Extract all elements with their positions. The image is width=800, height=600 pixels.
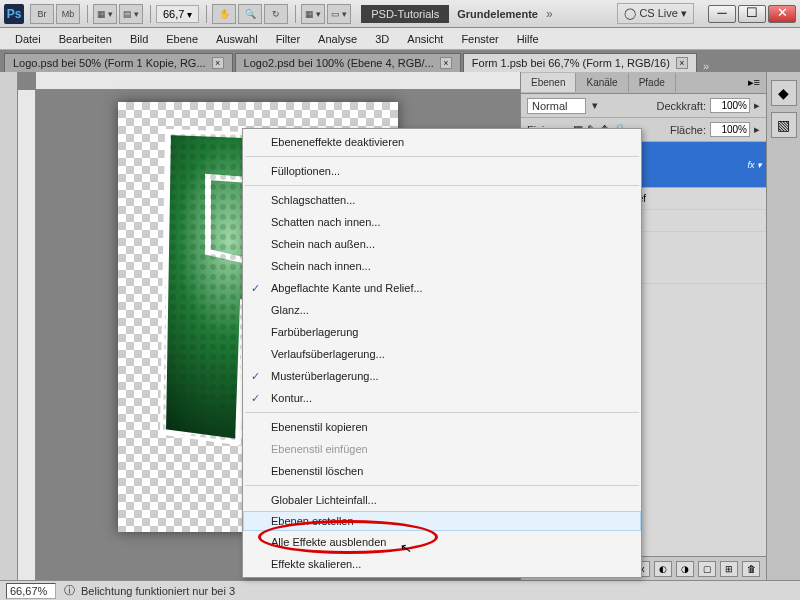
panel-tab-kanaele[interactable]: Kanäle <box>576 73 628 92</box>
workspace-psd-tutorials[interactable]: PSD-Tutorials <box>361 5 449 23</box>
cs-live-button[interactable]: ◯ CS Live ▾ <box>617 3 694 24</box>
ctx-item[interactable]: ✓Kontur... <box>243 387 641 409</box>
hand-tool-icon[interactable]: ✋ <box>212 4 236 24</box>
check-icon: ✓ <box>251 370 260 383</box>
view-extras-button[interactable]: ▦ ▾ <box>93 4 117 24</box>
view-guides-button[interactable]: ▤ ▾ <box>119 4 143 24</box>
trash-icon[interactable]: 🗑 <box>742 561 760 577</box>
ctx-item[interactable]: Verlaufsüberlagerung... <box>243 343 641 365</box>
panel-menu-icon[interactable]: ▸≡ <box>742 76 766 89</box>
fill-flyout-icon[interactable]: ▸ <box>754 123 760 136</box>
doc-tab-logo[interactable]: Logo.psd bei 50% (Form 1 Kopie, RG...× <box>4 53 233 72</box>
ctx-item[interactable]: ✓Musterüberlagerung... <box>243 365 641 387</box>
status-info-icon[interactable]: ⓘ <box>64 583 75 598</box>
fx-badge[interactable]: fx ▾ <box>747 160 762 170</box>
menu-analyse[interactable]: Analyse <box>309 30 366 48</box>
ctx-item[interactable]: Ebenenstil kopieren <box>243 416 641 438</box>
menu-bearbeiten[interactable]: Bearbeiten <box>50 30 121 48</box>
ctx-item[interactable]: Schatten nach innen... <box>243 211 641 233</box>
minimize-button[interactable]: ─ <box>708 5 736 23</box>
fill-input[interactable] <box>710 122 750 137</box>
new-layer-icon[interactable]: ⊞ <box>720 561 738 577</box>
menu-datei[interactable]: Datei <box>6 30 50 48</box>
ctx-item[interactable]: Effekte skalieren... <box>243 553 641 575</box>
zoom-tool-icon[interactable]: 🔍 <box>238 4 262 24</box>
panel-tab-ebenen[interactable]: Ebenen <box>521 73 576 92</box>
workspace-label[interactable]: Grundelemente <box>457 8 538 20</box>
ctx-item[interactable]: Glanz... <box>243 299 641 321</box>
document-tabs: Logo.psd bei 50% (Form 1 Kopie, RG...× L… <box>0 50 800 72</box>
close-tab-icon[interactable]: × <box>212 57 224 69</box>
blend-mode-select[interactable]: Normal <box>527 98 586 114</box>
status-message: Belichtung funktioniert nur bei 3 <box>81 585 235 597</box>
ctx-item: Ebenenstil einfügen <box>243 438 641 460</box>
menu-3d[interactable]: 3D <box>366 30 398 48</box>
ctx-item[interactable]: Schlagschatten... <box>243 189 641 211</box>
group-icon[interactable]: ▢ <box>698 561 716 577</box>
close-tab-icon[interactable]: × <box>440 57 452 69</box>
ctx-item[interactable]: ✓Abgeflachte Kante und Relief... <box>243 277 641 299</box>
ctx-item[interactable]: Globaler Lichteinfall... <box>243 489 641 511</box>
menu-fenster[interactable]: Fenster <box>452 30 507 48</box>
left-dock-strip[interactable] <box>0 72 18 580</box>
opacity-input[interactable] <box>710 98 750 113</box>
panel-tabs: Ebenen Kanäle Pfade ▸≡ <box>521 72 766 94</box>
fill-label: Fläche: <box>670 124 706 136</box>
zoom-readout[interactable]: 66,67% <box>6 583 56 599</box>
minibridge-button[interactable]: Mb <box>56 4 80 24</box>
styles-dock-icon[interactable]: ▧ <box>771 112 797 138</box>
rotate-view-icon[interactable]: ↻ <box>264 4 288 24</box>
menu-ansicht[interactable]: Ansicht <box>398 30 452 48</box>
app-logo: Ps <box>4 4 24 24</box>
menu-hilfe[interactable]: Hilfe <box>508 30 548 48</box>
color-dock-icon[interactable]: ◆ <box>771 80 797 106</box>
mask-icon[interactable]: ◐ <box>654 561 672 577</box>
ctx-item[interactable]: Alle Effekte ausblenden <box>243 531 641 553</box>
menu-filter[interactable]: Filter <box>267 30 309 48</box>
adjustment-icon[interactable]: ◑ <box>676 561 694 577</box>
status-bar: 66,67% ⓘ Belichtung funktioniert nur bei… <box>0 580 800 600</box>
panel-tab-pfade[interactable]: Pfade <box>629 73 676 92</box>
ctx-item[interactable]: Schein nach außen... <box>243 233 641 255</box>
close-tab-icon[interactable]: × <box>676 57 688 69</box>
ctx-item[interactable]: Farbüberlagerung <box>243 321 641 343</box>
ctx-item[interactable]: Schein nach innen... <box>243 255 641 277</box>
arrange-docs-button[interactable]: ▦ ▾ <box>301 4 325 24</box>
menu-bild[interactable]: Bild <box>121 30 157 48</box>
dock-strip: ◆ ▧ <box>766 72 800 580</box>
cursor-icon: ↖ <box>399 539 414 557</box>
ruler-vertical <box>18 90 36 580</box>
menu-auswahl[interactable]: Auswahl <box>207 30 267 48</box>
bridge-button[interactable]: Br <box>30 4 54 24</box>
screen-mode-button[interactable]: ▭ ▾ <box>327 4 351 24</box>
ctx-item[interactable]: Ebeneneffekte deaktivieren <box>243 131 641 153</box>
check-icon: ✓ <box>251 282 260 295</box>
close-button[interactable]: ✕ <box>768 5 796 23</box>
doc-tab-logo2[interactable]: Logo2.psd bei 100% (Ebene 4, RGB/...× <box>235 53 461 72</box>
check-icon: ✓ <box>251 392 260 405</box>
menu-ebene[interactable]: Ebene <box>157 30 207 48</box>
menu-bar: Datei Bearbeiten Bild Ebene Auswahl Filt… <box>0 28 800 50</box>
tabs-overflow-icon[interactable]: » <box>703 60 709 72</box>
doc-tab-form1[interactable]: Form 1.psb bei 66,7% (Form 1, RGB/16)× <box>463 53 697 72</box>
workspace-more-icon[interactable]: » <box>546 7 553 21</box>
layer-style-context-menu: Ebeneneffekte deaktivierenFülloptionen..… <box>242 128 642 578</box>
opacity-flyout-icon[interactable]: ▸ <box>754 99 760 112</box>
opacity-label: Deckkraft: <box>656 100 706 112</box>
ctx-item[interactable]: Ebenenstil löschen <box>243 460 641 482</box>
ctx-item[interactable]: Ebenen erstellen <box>243 511 641 531</box>
title-bar: Ps Br Mb ▦ ▾ ▤ ▾ 66,7 ▾ ✋ 🔍 ↻ ▦ ▾ ▭ ▾ PS… <box>0 0 800 28</box>
ctx-item[interactable]: Fülloptionen... <box>243 160 641 182</box>
maximize-button[interactable]: ☐ <box>738 5 766 23</box>
zoom-dropdown[interactable]: 66,7 ▾ <box>156 5 199 23</box>
